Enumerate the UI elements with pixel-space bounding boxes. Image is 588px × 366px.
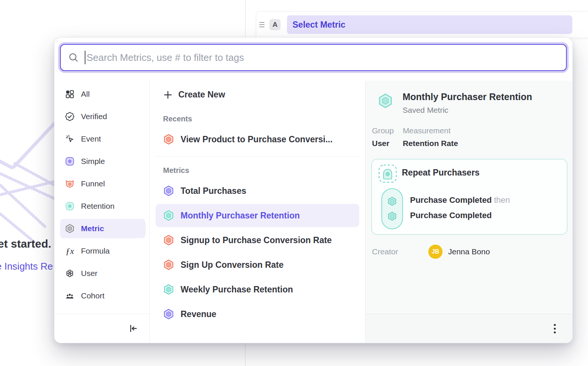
step-1-label: Purchase Completed <box>410 195 492 205</box>
drag-handle-icon[interactable] <box>259 22 265 27</box>
hexagon-purple-icon <box>163 185 174 196</box>
step-connector: then <box>494 195 510 205</box>
event-cursor-icon <box>65 134 75 144</box>
sidebar-item-simple[interactable]: Simple <box>60 152 146 171</box>
sidebar-item-label: Metric <box>81 224 104 233</box>
hexagon-purple-icon <box>163 308 174 320</box>
group-label: Group <box>372 126 394 135</box>
metric-item-total-purchases[interactable]: Total Purchases <box>156 179 359 202</box>
sidebar-item-label: Cohort <box>81 291 104 300</box>
sidebar-item-label: Formula <box>81 246 110 255</box>
metric-picker-popup: All Verified <box>54 37 573 343</box>
measurement-label: Measurement <box>403 126 458 135</box>
detail-title: Monthly Purchaser Retention <box>403 92 532 102</box>
hexagon-teal-icon <box>378 93 393 109</box>
sidebar-item-retention[interactable]: Retention <box>60 196 146 216</box>
recent-metric-item[interactable]: View Product to Purchase Conversi... <box>150 134 365 145</box>
select-metric-button[interactable]: Select Metric <box>287 15 572 34</box>
metric-item-signup-to-purchase-conversion-rate[interactable]: Signup to Purchase Conversion Rate <box>156 229 359 252</box>
background-report-link-fragment[interactable]: e Insights Re <box>0 261 53 272</box>
creator-row: Creator JB Jenna Bono <box>372 245 490 259</box>
collapse-panel-button[interactable] <box>126 322 140 335</box>
sidebar-item-user[interactable]: User <box>60 264 146 283</box>
text-caret <box>85 51 85 64</box>
creator-label: Creator <box>372 247 428 256</box>
simple-metric-icon <box>65 156 75 166</box>
sidebar-item-label: Simple <box>81 157 105 166</box>
verified-badge-icon <box>65 112 75 121</box>
metric-list-column: Create New Recents View Product to Purch… <box>150 81 365 343</box>
search-bar <box>60 44 567 71</box>
sidebar-item-label: Verified <box>81 112 107 121</box>
sidebar-item-all[interactable]: All <box>60 84 146 104</box>
step-2-label: Purchase Completed <box>410 211 492 220</box>
step-hexagon-icon <box>387 196 397 206</box>
step-hexagon-icon <box>387 211 397 221</box>
sidebar-item-formula[interactable]: ƒx Formula <box>60 241 146 261</box>
sidebar-item-funnel[interactable]: Funnel <box>60 174 146 193</box>
recent-metric-label: View Product to Purchase Conversi... <box>181 134 332 145</box>
funnel-icon <box>65 179 75 189</box>
kebab-menu-icon <box>553 323 557 334</box>
sidebar-item-label: Retention <box>81 202 115 211</box>
grid-icon <box>65 89 75 99</box>
definition-steps: Purchase Completed then Purchase Complet… <box>410 192 510 223</box>
repeat-purchasers-icon <box>378 164 397 183</box>
creator-name: Jenna Bono <box>448 247 490 256</box>
metric-item-revenue[interactable]: Revenue <box>156 303 359 326</box>
create-new-label: Create New <box>178 90 225 100</box>
sidebar-item-event[interactable]: Event <box>60 129 146 149</box>
funnel-steps-capsule <box>381 188 403 229</box>
recents-heading: Recents <box>163 115 365 123</box>
filter-column: All Verified <box>54 81 150 343</box>
plus-icon <box>163 90 173 100</box>
metric-item-sign-up-conversion-rate[interactable]: Sign Up Conversion Rate <box>156 253 359 276</box>
create-new-button[interactable]: Create New <box>163 90 365 100</box>
group-value: User <box>372 139 394 148</box>
background-heading-fragment: et started. <box>0 238 51 250</box>
sidebar-item-verified[interactable]: Verified <box>60 107 146 126</box>
detail-header: Monthly Purchaser Retention Saved Metric <box>378 92 532 115</box>
detail-meta: Group User Measurement Retention Rate <box>372 126 458 148</box>
hexagon-salmon-icon <box>163 134 174 145</box>
cohort-people-icon <box>65 291 75 301</box>
metric-item-label: Signup to Purchase Conversion Rate <box>181 235 332 245</box>
retention-icon <box>65 201 75 211</box>
sidebar-item-label: Funnel <box>81 179 105 188</box>
filter-column-footer <box>54 314 149 343</box>
metric-item-monthly-purchaser-retention[interactable]: Monthly Purchaser Retention <box>156 204 359 227</box>
creator-avatar: JB <box>428 245 442 259</box>
sidebar-item-cohort[interactable]: Cohort <box>60 286 146 305</box>
metric-hexagon-icon <box>65 224 75 233</box>
detail-subtitle: Saved Metric <box>403 106 532 115</box>
search-input[interactable] <box>87 52 559 63</box>
list-divider <box>156 156 359 156</box>
measurement-value: Retention Rate <box>403 139 458 148</box>
detail-panel-footer <box>366 314 572 343</box>
hexagon-salmon-icon <box>163 235 174 246</box>
definition-name: Repeat Purchasers <box>402 168 479 178</box>
search-icon <box>68 52 79 63</box>
more-options-button[interactable] <box>551 322 558 336</box>
metric-item-weekly-purchase-retention[interactable]: Weekly Purchase Retention <box>156 278 359 301</box>
metric-row-bar: A Select Metric <box>256 11 588 38</box>
user-cluster-icon <box>65 269 75 278</box>
metric-item-label: Monthly Purchaser Retention <box>181 211 300 221</box>
select-metric-label: Select Metric <box>293 20 345 30</box>
collapse-panel-icon <box>128 323 138 334</box>
metrics-heading: Metrics <box>163 166 365 175</box>
sidebar-item-label: User <box>81 269 97 278</box>
formula-icon: ƒx <box>65 246 75 256</box>
hexagon-salmon-icon <box>163 259 174 270</box>
hexagon-teal-icon <box>163 210 174 221</box>
sidebar-item-metric[interactable]: Metric <box>60 219 146 238</box>
metric-item-label: Sign Up Conversion Rate <box>181 260 284 270</box>
metric-item-label: Total Purchases <box>181 186 246 196</box>
metric-definition-card: Repeat Purchasers Purchase Completed the… <box>371 159 567 235</box>
sidebar-item-label: All <box>81 90 90 99</box>
row-letter-badge: A <box>269 19 281 30</box>
hexagon-teal-icon <box>163 284 174 295</box>
metric-detail-panel: Monthly Purchaser Retention Saved Metric… <box>365 81 572 343</box>
metric-item-label: Weekly Purchase Retention <box>181 285 293 295</box>
sidebar-item-label: Event <box>81 134 101 143</box>
